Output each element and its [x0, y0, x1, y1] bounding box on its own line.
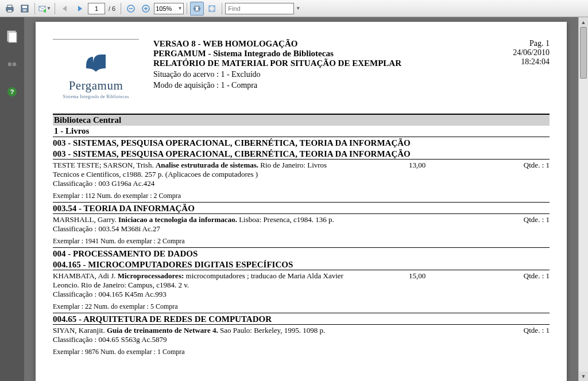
situacao-line: Situação do acervo : 1 - Excluído: [153, 70, 498, 79]
find-input[interactable]: [225, 3, 294, 14]
exemplar-line: Exemplar : 112 Num. do exemplar : 2 Comp…: [53, 192, 550, 203]
price: 13,00: [409, 161, 425, 170]
next-page-button[interactable]: [73, 2, 87, 15]
pdf-toolbar: ▼ / 6 105%▼ ▼: [0, 0, 588, 17]
pages-panel-button[interactable]: [4, 29, 20, 45]
zoom-in-button[interactable]: [139, 2, 153, 15]
svg-rect-18: [9, 32, 17, 42]
book-entry: TESTE TESTE; SARSON, Trish. Analise estr…: [53, 161, 550, 188]
exemplar-line: Exemplar : 9876 Num. do exemplar : 1 Com…: [53, 348, 550, 358]
hand-tool-button[interactable]: [190, 2, 204, 15]
svg-text:?: ?: [10, 88, 14, 95]
page-meta: Pag. 1 24/06/2010 18:24:04: [513, 39, 550, 99]
category-heading: 004.65 - ARQUITETURA DE REDES DE COMPUTA…: [53, 314, 550, 325]
category-heading: 003.54 - TEORIA DA INFORMAÇÃO: [53, 204, 550, 214]
pdf-page: Pergamum Sistema Integrado de Biblioteca…: [36, 22, 567, 381]
material-type-header: 1 - Livros: [53, 126, 550, 137]
help-button[interactable]: ?: [4, 84, 20, 100]
category-heading: 004 - PROCESSAMENTO DE DADOS: [53, 249, 550, 259]
svg-rect-21: [11, 63, 13, 65]
page-number-label: Pag. 1: [513, 39, 550, 48]
report-date: 24/06/2010: [513, 48, 550, 57]
quantity: Qtde. : 1: [524, 326, 550, 335]
logo-text: Pergamum: [53, 79, 139, 93]
report-time: 18:24:04: [513, 57, 550, 67]
search-panel-button[interactable]: [4, 56, 20, 72]
price: 15,00: [409, 271, 425, 281]
category-heading: 003 - SISTEMAS, PESQUISA OPERACIONAL, CI…: [53, 149, 550, 160]
mail-button[interactable]: ▼: [38, 2, 52, 15]
zoom-out-button[interactable]: [124, 2, 138, 15]
book-entry: MARSHALL, Garry. Iniciacao a tecnologia …: [53, 215, 550, 234]
svg-rect-15: [198, 7, 200, 10]
scroll-up-arrow[interactable]: ▲: [579, 17, 588, 27]
svg-rect-1: [7, 5, 12, 7]
svg-rect-4: [22, 6, 27, 8]
vertical-scrollbar[interactable]: ▲ ▼: [578, 17, 588, 381]
quantity: Qtde. : 1: [524, 271, 550, 281]
save-button[interactable]: [18, 2, 32, 15]
title-report: RELATÓRIO DE MATERIAL POR SITUAÇÃO DE EX…: [153, 59, 498, 68]
document-viewer: Pergamum Sistema Integrado de Biblioteca…: [24, 17, 588, 381]
svg-point-19: [7, 62, 12, 67]
svg-rect-5: [23, 9, 26, 11]
quantity: Qtde. : 1: [524, 161, 550, 170]
scroll-thumb[interactable]: [580, 27, 587, 79]
pergamum-logo-icon: [82, 50, 110, 76]
modo-line: Modo de aquisição : 1 - Compra: [153, 81, 498, 90]
logo-block: Pergamum Sistema Integrado de Biblioteca…: [53, 39, 139, 99]
category-heading: 003 - SISTEMAS, PESQUISA OPERACIONAL, CI…: [53, 138, 550, 148]
svg-rect-14: [194, 7, 196, 10]
prev-page-button[interactable]: [58, 2, 72, 15]
quantity: Qtde. : 1: [524, 215, 550, 224]
page-number-input[interactable]: [88, 3, 105, 14]
book-entry: KHAMBATA, Adi J. Microprocessadores: mic…: [53, 271, 550, 299]
exemplar-line: Exemplar : 22 Num. do exemplar : 5 Compr…: [53, 302, 550, 313]
category-heading: 004.165 - MICROCOMPUTADORES DIGITAIS ESP…: [53, 260, 550, 270]
page-total-label: / 6: [109, 5, 115, 12]
book-entry: SIYAN, Karanjit. Guia de treinamento de …: [53, 326, 550, 344]
library-header: Biblioteca Central: [53, 115, 550, 126]
logo-subtitle: Sistema Integrado de Bibliotecas: [53, 94, 139, 99]
side-panel: ?: [0, 17, 24, 381]
title-version: VERSAO 8 - WEB HOMOLOGAÇÃO: [153, 39, 498, 49]
exemplar-line: Exemplar : 1941 Num. do exemplar : 2 Com…: [53, 237, 550, 248]
report-title-block: VERSAO 8 - WEB HOMOLOGAÇÃO PERGAMUM - Si…: [153, 39, 498, 99]
title-system: PERGAMUM - Sistema Integrado de Bibliote…: [153, 49, 498, 59]
svg-rect-2: [7, 10, 12, 12]
zoom-level-select[interactable]: 105%▼: [154, 3, 184, 14]
svg-point-20: [12, 62, 17, 67]
fit-page-button[interactable]: [205, 2, 219, 15]
scroll-down-arrow[interactable]: ▼: [579, 371, 588, 381]
print-button[interactable]: [3, 2, 17, 15]
